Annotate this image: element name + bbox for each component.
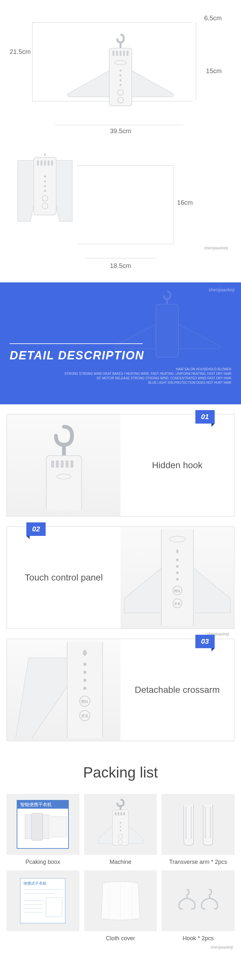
svg-rect-19 bbox=[51, 161, 53, 165]
svg-text:智能便携干衣机: 智能便携干衣机 bbox=[20, 802, 52, 807]
svg-point-40 bbox=[176, 565, 179, 568]
pack-label: Pcaking boox bbox=[6, 859, 79, 865]
pack-image-cover bbox=[84, 870, 157, 931]
svg-point-69 bbox=[120, 822, 121, 824]
svg-point-26 bbox=[44, 154, 46, 156]
watermark: shenjiaaokeji bbox=[204, 245, 228, 250]
svg-text:档位: 档位 bbox=[174, 589, 180, 593]
packing-list-section: Packing list 智能便携干衣机 Pcaking boox bbox=[0, 751, 241, 969]
svg-rect-16 bbox=[40, 161, 42, 165]
svg-rect-68 bbox=[123, 812, 125, 815]
svg-point-22 bbox=[44, 185, 46, 187]
detail-subtitle: HAIR SALON HOUSEHOLD BLOWER STRONG STRON… bbox=[10, 367, 231, 385]
svg-rect-37 bbox=[161, 530, 193, 626]
dim-folded-height: 16cm bbox=[177, 199, 193, 206]
pack-item-box: 智能便携干衣机 Pcaking boox bbox=[6, 794, 79, 865]
dim-line bbox=[85, 258, 156, 258]
svg-rect-35 bbox=[70, 460, 73, 468]
svg-rect-32 bbox=[56, 460, 59, 468]
detail-image-crossarm: 档位 开关 bbox=[7, 639, 120, 741]
dim-line bbox=[32, 22, 32, 101]
detail-image-panel: 档位 开关 bbox=[120, 527, 234, 628]
svg-point-10 bbox=[120, 79, 121, 81]
detail-badge: 02 bbox=[26, 522, 46, 536]
detail-item-01: 01 Hidden hook bbox=[6, 414, 235, 517]
packing-title: Packing list bbox=[6, 764, 235, 781]
detail-item-02: 02 Touch control panel 档位 开关 shenjiaaoke… bbox=[6, 526, 235, 629]
svg-rect-3 bbox=[116, 51, 118, 56]
dim-line bbox=[174, 165, 174, 244]
detail-item-03: 03 档位 开关 Detachable crossarm bbox=[6, 639, 235, 741]
dim-line bbox=[77, 165, 174, 165]
pack-label: Machine bbox=[84, 859, 157, 865]
dim-hook-height: 6.5cm bbox=[204, 14, 222, 22]
product-open-icon bbox=[59, 32, 182, 116]
detail-badge: 01 bbox=[195, 410, 215, 423]
pack-image-hooks bbox=[162, 870, 235, 931]
detail-badge: 03 bbox=[195, 635, 215, 648]
svg-rect-60 bbox=[25, 815, 32, 839]
pack-item-cover: Cloth cover bbox=[84, 870, 157, 942]
svg-text:便携式干衣机: 便携式干衣机 bbox=[24, 881, 46, 886]
svg-rect-6 bbox=[127, 51, 129, 56]
svg-point-48 bbox=[83, 663, 86, 666]
svg-point-50 bbox=[83, 679, 86, 682]
svg-point-21 bbox=[44, 180, 46, 182]
svg-rect-5 bbox=[123, 51, 125, 56]
pack-image-arms bbox=[162, 794, 235, 855]
svg-rect-4 bbox=[120, 51, 121, 56]
svg-rect-28 bbox=[156, 304, 178, 357]
dimensions-open-view: 6.5cm 21.5cm 15cm 39.5cm bbox=[6, 13, 235, 135]
detail-text: Touch control panel bbox=[7, 527, 120, 628]
svg-rect-67 bbox=[120, 812, 122, 815]
svg-rect-17 bbox=[44, 161, 46, 165]
detail-text: Hidden hook bbox=[120, 415, 234, 516]
product-folded-icon bbox=[6, 148, 83, 237]
dimensions-section: 6.5cm 21.5cm 15cm 39.5cm 16cm 18.5cm she… bbox=[0, 0, 241, 282]
svg-rect-66 bbox=[118, 812, 119, 815]
svg-point-42 bbox=[176, 578, 179, 581]
svg-point-39 bbox=[176, 559, 179, 561]
svg-rect-15 bbox=[37, 161, 39, 165]
svg-point-9 bbox=[120, 75, 121, 76]
svg-point-20 bbox=[44, 175, 46, 177]
dim-body-height: 21.5cm bbox=[10, 48, 31, 56]
detail-image-hook bbox=[7, 415, 120, 516]
detail-description-header: shenjiaaokeji DETAIL DESCRIPTION HAIR SA… bbox=[0, 282, 241, 404]
svg-text:开关: 开关 bbox=[81, 714, 88, 718]
dimensions-folded-view: 16cm 18.5cm shenjiaaokeji bbox=[6, 148, 235, 270]
packing-grid: 智能便携干衣机 Pcaking boox bbox=[6, 794, 235, 942]
pack-label: Cloth cover bbox=[84, 935, 157, 942]
svg-point-41 bbox=[176, 571, 179, 574]
pack-item-machine: Machine bbox=[84, 794, 157, 865]
svg-rect-18 bbox=[48, 161, 49, 165]
svg-rect-59 bbox=[32, 813, 43, 840]
pack-item-manual: 便携式干衣机 bbox=[6, 870, 79, 942]
dim-arm-depth: 15cm bbox=[206, 67, 222, 75]
svg-point-23 bbox=[44, 190, 46, 192]
svg-rect-34 bbox=[65, 460, 69, 468]
detail-text: Detachable crossarm bbox=[120, 639, 234, 741]
svg-point-11 bbox=[120, 84, 121, 86]
svg-text:档位: 档位 bbox=[81, 700, 88, 703]
dim-folded-width: 18.5cm bbox=[110, 262, 131, 270]
dim-line bbox=[54, 125, 183, 125]
dim-line bbox=[32, 22, 193, 23]
svg-rect-2 bbox=[112, 51, 114, 56]
svg-rect-65 bbox=[115, 812, 117, 815]
svg-rect-31 bbox=[51, 460, 54, 468]
pack-label: Transverse arm * 2pcs bbox=[162, 859, 235, 865]
pack-label: Hook * 2pcs bbox=[162, 935, 235, 942]
watermark: shenjiaaokeji bbox=[6, 945, 235, 950]
dim-line bbox=[196, 22, 196, 101]
pack-item-hooks: Hook * 2pcs bbox=[162, 870, 235, 942]
pack-image-manual: 便携式干衣机 bbox=[6, 870, 79, 931]
svg-rect-33 bbox=[61, 460, 64, 468]
svg-rect-62 bbox=[51, 816, 67, 837]
svg-point-8 bbox=[120, 70, 121, 72]
product-ghost-icon bbox=[106, 289, 228, 366]
svg-point-71 bbox=[120, 830, 121, 831]
svg-point-51 bbox=[83, 687, 86, 690]
svg-point-70 bbox=[120, 826, 121, 827]
pack-image-box: 智能便携干衣机 bbox=[6, 794, 79, 855]
